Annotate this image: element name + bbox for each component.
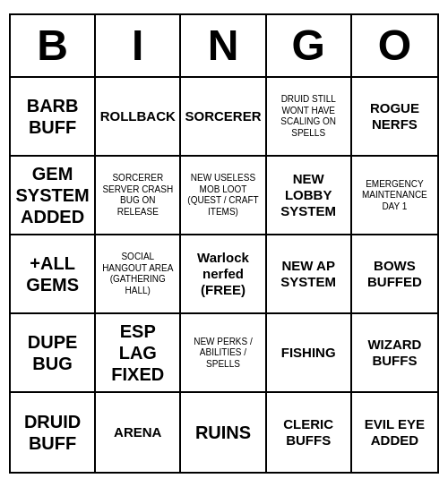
bingo-grid: BARB BUFFROLLBACKSORCERERDRUID STILL WON… [11, 78, 437, 472]
bingo-header: BINGO [11, 15, 437, 79]
cell-text-4: ROGUE NERFS [356, 100, 434, 132]
cell-text-12: Warlock nerfed (FREE) [185, 250, 261, 298]
cell-text-24: EVIL EYE ADDED [356, 416, 434, 449]
cell-text-20: DRUID BUFF [14, 411, 90, 454]
bingo-cell-5: GEM SYSTEM ADDED [11, 157, 96, 235]
bingo-cell-14: BOWS BUFFED [352, 235, 437, 314]
cell-text-0: BARB BUFF [14, 95, 90, 138]
bingo-card: BINGO BARB BUFFROLLBACKSORCERERDRUID STI… [9, 13, 439, 474]
bingo-cell-7: NEW USELESS MOB LOOT (QUEST / CRAFT ITEM… [181, 157, 266, 235]
bingo-letter-i: I [96, 15, 181, 77]
cell-text-2: SORCERER [185, 108, 261, 124]
bingo-cell-23: CLERIC BUFFS [267, 393, 352, 472]
bingo-cell-21: ARENA [96, 393, 181, 472]
bingo-cell-2: SORCERER [181, 78, 266, 157]
bingo-cell-19: WIZARD BUFFS [352, 314, 437, 393]
bingo-cell-15: DUPE BUG [11, 314, 96, 393]
bingo-cell-9: EMERGENCY MAINTENANCE DAY 1 [352, 157, 437, 235]
bingo-cell-4: ROGUE NERFS [352, 78, 437, 157]
cell-text-21: ARENA [114, 424, 161, 440]
cell-text-7: NEW USELESS MOB LOOT (QUEST / CRAFT ITEM… [185, 173, 261, 218]
cell-text-8: NEW LOBBY SYSTEM [271, 171, 347, 219]
cell-text-9: EMERGENCY MAINTENANCE DAY 1 [356, 179, 434, 213]
cell-text-22: RUINS [195, 422, 251, 443]
bingo-letter-g: G [267, 15, 352, 77]
bingo-cell-13: NEW AP SYSTEM [267, 235, 352, 314]
cell-text-16: ESP LAG FIXED [99, 320, 176, 385]
bingo-cell-3: DRUID STILL WONT HAVE SCALING ON SPELLS [267, 78, 352, 157]
bingo-cell-18: FISHING [267, 314, 352, 393]
bingo-cell-12: Warlock nerfed (FREE) [181, 235, 266, 314]
bingo-cell-16: ESP LAG FIXED [96, 314, 181, 393]
cell-text-14: BOWS BUFFED [356, 258, 434, 290]
bingo-cell-20: DRUID BUFF [11, 393, 96, 472]
bingo-cell-11: SOCIAL HANGOUT AREA (GATHERING HALL) [96, 235, 181, 314]
bingo-cell-8: NEW LOBBY SYSTEM [267, 157, 352, 235]
cell-text-5: GEM SYSTEM ADDED [14, 163, 90, 227]
cell-text-3: DRUID STILL WONT HAVE SCALING ON SPELLS [271, 94, 347, 139]
cell-text-18: FISHING [281, 345, 336, 361]
cell-text-11: SOCIAL HANGOUT AREA (GATHERING HALL) [99, 252, 176, 296]
cell-text-23: CLERIC BUFFS [271, 416, 347, 449]
bingo-letter-n: N [181, 15, 266, 77]
bingo-cell-24: EVIL EYE ADDED [352, 393, 437, 472]
bingo-cell-0: BARB BUFF [11, 78, 96, 157]
cell-text-13: NEW AP SYSTEM [271, 258, 347, 290]
bingo-cell-6: SORCERER SERVER CRASH BUG ON RELEASE [96, 157, 181, 235]
cell-text-15: DUPE BUG [14, 331, 90, 374]
bingo-cell-22: RUINS [181, 393, 266, 472]
bingo-cell-17: NEW PERKS / ABILITIES / SPELLS [181, 314, 266, 393]
bingo-letter-b: B [11, 15, 96, 77]
cell-text-6: SORCERER SERVER CRASH BUG ON RELEASE [99, 173, 176, 218]
bingo-letter-o: O [352, 15, 437, 77]
bingo-cell-1: ROLLBACK [96, 78, 181, 157]
cell-text-19: WIZARD BUFFS [356, 337, 434, 369]
cell-text-17: NEW PERKS / ABILITIES / SPELLS [185, 337, 261, 371]
cell-text-10: +ALL GEMS [14, 252, 90, 295]
bingo-cell-10: +ALL GEMS [11, 235, 96, 314]
cell-text-1: ROLLBACK [100, 108, 176, 124]
